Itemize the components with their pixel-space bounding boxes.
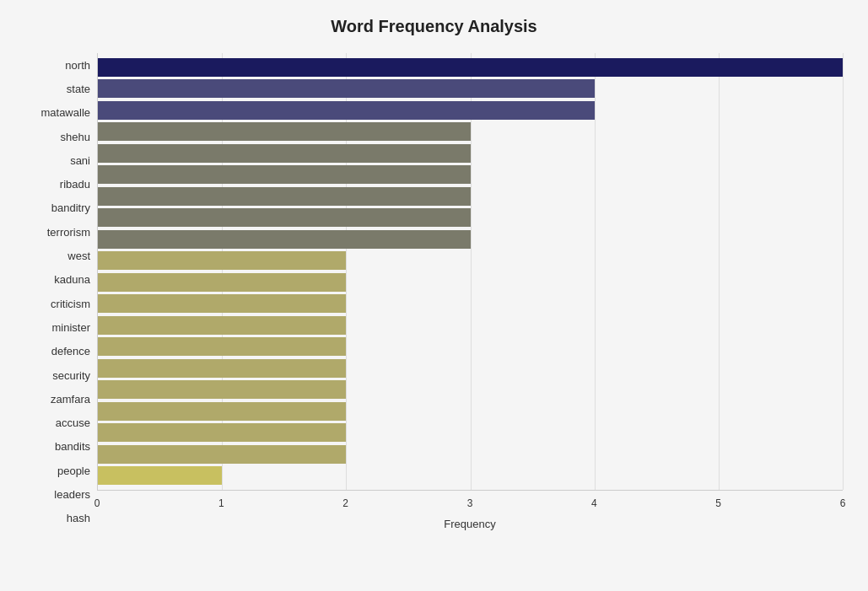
bar-row: [98, 293, 843, 315]
bar: [98, 402, 346, 421]
x-axis-tick-label: 2: [342, 497, 348, 509]
bar: [98, 165, 471, 184]
y-label: security: [52, 370, 90, 381]
x-axis-tick-label: 5: [715, 497, 721, 509]
x-axis-title: Frequency: [97, 518, 843, 530]
x-axis-tick-label: 3: [467, 497, 473, 509]
x-axis-tick-label: 6: [840, 497, 846, 509]
x-axis-labels: 0123456: [97, 494, 843, 514]
y-label: north: [65, 60, 90, 71]
bar-row: [98, 443, 843, 465]
bar-row: [98, 314, 843, 336]
y-label: zamfara: [51, 394, 90, 405]
bar-row: [98, 422, 843, 444]
bar-row: [98, 207, 843, 229]
bar-row: [98, 121, 843, 143]
y-label: bandits: [55, 441, 90, 452]
bar: [98, 122, 471, 141]
bar-row: [98, 228, 843, 250]
bar-row: [98, 465, 843, 487]
bar: [98, 230, 471, 249]
y-label: terrorism: [47, 227, 90, 238]
y-label: state: [67, 83, 90, 94]
bar: [98, 359, 346, 378]
y-label: shehu: [61, 132, 90, 142]
y-label: ribadu: [60, 179, 90, 190]
bar: [98, 423, 346, 442]
y-label: sani: [70, 155, 90, 166]
bar: [98, 294, 346, 313]
bar-row: [98, 99, 843, 121]
y-label: minister: [51, 322, 90, 333]
bar-row: [98, 78, 843, 100]
bar: [98, 337, 346, 356]
grid-line: [843, 53, 844, 490]
bar: [98, 144, 471, 163]
y-label: leaders: [54, 489, 90, 500]
y-label: kaduna: [54, 274, 90, 285]
x-axis-tick-label: 1: [218, 497, 224, 509]
bar: [98, 101, 595, 120]
plot-area: [97, 53, 843, 491]
bar: [98, 445, 346, 464]
bar: [98, 380, 346, 399]
bar-row: [98, 56, 843, 78]
chart-container: Word Frequency Analysis northstatematawa…: [0, 0, 868, 591]
chart-title: Word Frequency Analysis: [25, 17, 843, 36]
y-label: matawalle: [40, 107, 90, 118]
bar: [98, 466, 222, 485]
bar: [98, 187, 471, 206]
bar: [98, 58, 843, 77]
x-axis-tick-label: 4: [591, 497, 597, 509]
y-label: banditry: [51, 202, 90, 213]
bar: [98, 79, 595, 98]
bar: [98, 316, 346, 335]
x-axis-tick-label: 0: [94, 497, 100, 509]
y-label: criticism: [51, 298, 90, 309]
bar-row: [98, 400, 843, 422]
y-label: people: [57, 465, 90, 476]
bars-wrapper: [98, 53, 843, 490]
bar-row: [98, 164, 843, 186]
bar-row: [98, 379, 843, 401]
bar-row: [98, 357, 843, 379]
bar-row: [98, 336, 843, 358]
bar-row: [98, 185, 843, 207]
bar-row: [98, 142, 843, 164]
y-axis-labels: northstatematawalleshehusaniribadubandit…: [25, 53, 97, 530]
bar: [98, 251, 346, 270]
y-label: accuse: [56, 417, 90, 428]
bar-row: [98, 271, 843, 293]
bar: [98, 273, 346, 292]
y-label: west: [67, 250, 90, 261]
bar: [98, 208, 471, 227]
y-label: hash: [67, 513, 90, 524]
bar-row: [98, 250, 843, 272]
y-label: defence: [51, 346, 90, 357]
